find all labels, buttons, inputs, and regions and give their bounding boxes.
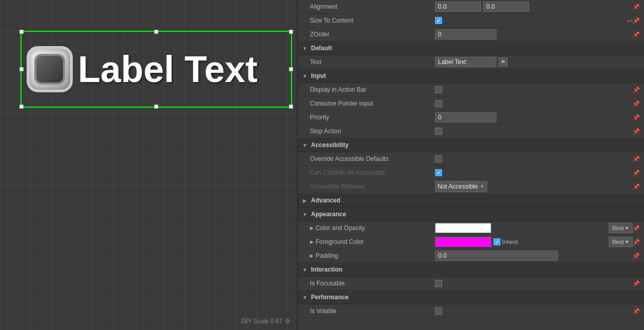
is-volatile-label: Is Volatile [302,307,435,315]
consume-pointer-checkbox[interactable] [435,100,442,107]
padding-label: ▶ Padding [302,252,435,259]
is-volatile-row: Is Volatile 📌 [298,304,644,318]
pin-icon-3[interactable]: 📌 [633,31,640,38]
dropdown-arrow: ▼ [480,184,485,189]
bind-arrow-2: ▼ [625,239,629,244]
pin-icon-2[interactable]: 📌 [633,17,640,24]
pin-icon-15[interactable]: 📌 [633,308,640,315]
accessibility-chevron: ▼ [302,142,308,148]
bind-arrow-1: ▼ [625,225,629,231]
handle-tr[interactable] [289,30,293,34]
display-action-bar-label: Display in Action Bar [302,86,435,93]
can-children-checkbox[interactable] [435,169,442,176]
is-focusable-value [435,280,625,287]
display-action-bar-row: Display in Action Bar 📌 [298,83,644,97]
accessibility-section-header[interactable]: ▼ Accessibility [298,138,644,152]
stop-action-checkbox[interactable] [435,128,442,135]
accessible-behavior-row: Accessible Behavior Not Accessible ▼ 📌 [298,180,644,194]
accessible-behavior-dropdown[interactable]: Not Accessible ▼ [435,181,487,192]
alignment-actions: 📌 [625,4,640,10]
performance-section-header[interactable]: ▼ Performance [298,291,644,304]
text-row: Text ⚑ [298,55,644,69]
alignment-x-input[interactable] [435,2,481,12]
can-children-label: Can Children be Accessible [302,169,435,176]
input-section-header[interactable]: ▼ Input [298,69,644,83]
pin-icon-11[interactable]: 📌 [633,225,640,232]
pin-icon-9[interactable]: 📌 [633,170,640,176]
text-value: ⚑ [435,57,625,67]
display-action-bar-value [435,86,625,93]
inherit-check: Inherit [493,238,518,245]
is-focusable-checkbox[interactable] [435,280,442,287]
default-section-header[interactable]: ▼ Default [298,42,644,55]
accessible-behavior-value: Not Accessible ▼ [435,181,625,192]
pin-icon-12[interactable]: 📌 [633,239,640,245]
text-input[interactable] [435,57,496,67]
padding-value [435,251,625,261]
pin-icon-8[interactable]: 📌 [633,156,640,162]
priority-input[interactable] [435,112,496,122]
display-action-bar-checkbox[interactable] [435,86,442,93]
foreground-color-swatch[interactable] [435,237,491,247]
pin-icon-5[interactable]: 📌 [633,100,640,107]
color-opacity-actions: Bind ▼ 📌 [609,223,640,233]
pin-icon-10[interactable]: 📌 [633,183,640,190]
priority-label: Priority [302,114,435,121]
bind-button-2[interactable]: Bind ▼ [609,237,633,247]
consume-pointer-actions: 📌 [625,100,640,107]
zorder-label: ZOrder [302,31,435,38]
bind-button-1[interactable]: Bind ▼ [609,223,633,233]
canvas-widget[interactable]: Label Text [20,31,292,108]
widget-icon-inner [34,54,65,85]
gear-icon[interactable]: ⚙ [285,318,292,325]
interaction-section-header[interactable]: ▼ Interaction [298,263,644,277]
handle-tl[interactable] [19,30,24,34]
handle-bl[interactable] [19,105,24,109]
priority-row: Priority 📌 [298,111,644,125]
advanced-section-header[interactable]: ▶ Advanced [298,194,644,208]
handle-mr[interactable] [289,67,293,71]
handle-br[interactable] [289,105,293,109]
interaction-chevron: ▼ [302,266,308,273]
pin-icon-13[interactable]: 📌 [633,253,640,259]
pin-icon[interactable]: 📌 [633,4,640,10]
color-swatch-white[interactable] [435,223,491,233]
override-defaults-label: Override Accessible Defaults [302,155,435,162]
accessible-behavior-actions: 📌 [625,183,640,190]
color-opacity-value [435,223,609,233]
stop-action-row: Stop Action 📌 [298,125,644,138]
accessible-behavior-option: Not Accessible [438,183,478,190]
pin-icon-14[interactable]: 📌 [633,280,640,287]
properties-panel: Alignment 📌 Size To Content ↩ 📌 ZOrder 📌 [297,0,644,330]
widget-label: Label Text [78,51,258,88]
handle-ml[interactable] [19,67,24,71]
flag-button[interactable]: ⚑ [498,57,508,67]
appearance-title: Appearance [311,211,346,218]
stop-action-label: Stop Action [302,128,435,135]
override-defaults-checkbox[interactable] [435,155,442,162]
is-focusable-label: Is Focusable [302,280,435,287]
appearance-section-header[interactable]: ▼ Appearance [298,208,644,221]
color-opacity-text: Color and Opacity [316,224,365,232]
foreground-color-value: Inherit [435,237,609,247]
pin-icon-4[interactable]: 📌 [633,87,640,93]
pin-icon-6[interactable]: 📌 [633,114,640,121]
zorder-input[interactable] [435,29,496,39]
is-volatile-checkbox[interactable] [435,307,442,315]
handle-tm[interactable] [154,30,158,34]
priority-actions: 📌 [625,114,640,121]
padding-input[interactable] [435,251,558,261]
size-to-content-checkbox[interactable] [435,17,442,24]
reset-icon[interactable]: ↩ [627,17,633,25]
padding-text: Padding [316,252,338,259]
advanced-title: Advanced [311,197,340,204]
pin-icon-7[interactable]: 📌 [633,128,640,135]
interaction-title: Interaction [311,266,342,273]
priority-value [435,112,625,122]
inherit-checkbox[interactable] [493,238,501,245]
color-opacity-label: ▶ Color and Opacity [302,224,435,232]
text-label: Text [302,58,435,66]
alignment-y-input[interactable] [483,2,529,12]
handle-bm[interactable] [154,105,158,109]
foreground-color-label: ▶ Foreground Color [302,238,435,245]
